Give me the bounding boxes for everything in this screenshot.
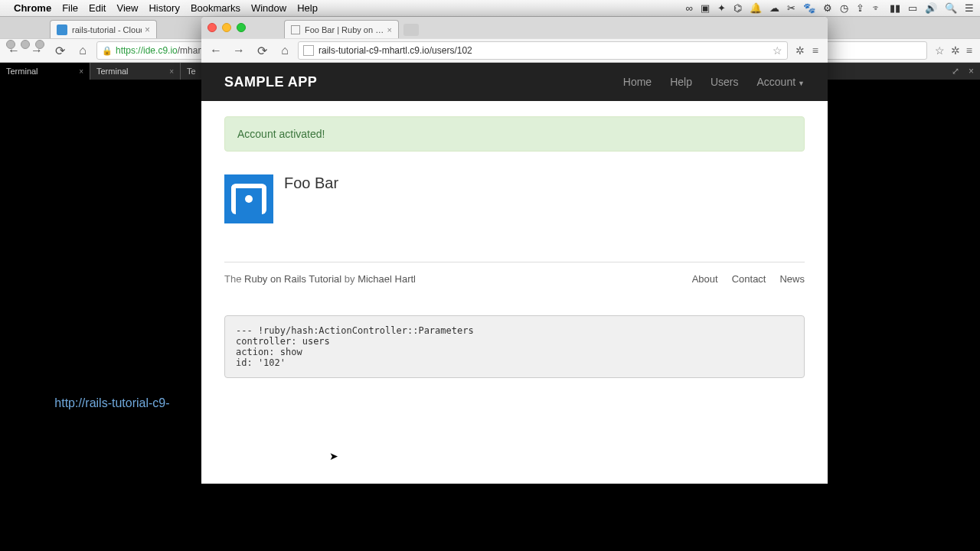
page-favicon	[291, 25, 300, 34]
terminal-tab-label: Te	[187, 67, 196, 76]
status-icon[interactable]: ▣	[701, 2, 710, 14]
bg-traffic-green[interactable]	[35, 40, 44, 49]
brand-logo[interactable]: SAMPLE APP	[224, 74, 317, 90]
mac-menubar: Chrome File Edit View History Bookmarks …	[0, 0, 980, 17]
page-footer: The Ruby on Rails Tutorial by Michael Ha…	[224, 262, 805, 285]
menu-icon[interactable]: ≡	[966, 44, 972, 57]
footer-about[interactable]: About	[692, 273, 718, 285]
home-button[interactable]: ⌂	[74, 41, 92, 60]
flash-alert-success: Account activated!	[224, 116, 805, 152]
menu-window[interactable]: Window	[251, 2, 286, 14]
menu-help[interactable]: Help	[297, 2, 318, 14]
terminal-tab[interactable]: Terminal ×	[0, 63, 90, 80]
terminal-tab-label: Terminal	[96, 67, 129, 76]
status-icon[interactable]: ☁	[769, 2, 779, 14]
star-icon[interactable]: ☆	[935, 44, 945, 57]
bg-traffic-yellow[interactable]	[21, 40, 30, 49]
nav-home[interactable]: Home	[623, 76, 652, 88]
terminal-tab[interactable]: Te	[181, 63, 204, 80]
settings-icon[interactable]: ✲	[951, 44, 960, 57]
reload-button[interactable]: ⟳	[252, 41, 272, 60]
footer-author-link[interactable]: Michael Hartl	[358, 273, 416, 285]
display-icon[interactable]: ▭	[908, 2, 917, 14]
menu-history[interactable]: History	[149, 2, 179, 14]
notification-center-icon[interactable]: ☰	[965, 2, 974, 14]
expand-icon[interactable]: ⤢	[952, 66, 959, 77]
status-icon[interactable]: ⚙	[823, 2, 832, 14]
fg-tab-title: Foo Bar | Ruby on Rails Tu	[305, 25, 387, 34]
fg-url: rails-tutorial-c9-mhartl.c9.io/users/102	[318, 45, 472, 56]
nav-help[interactable]: Help	[670, 76, 692, 88]
volume-icon[interactable]: 🔊	[925, 2, 937, 14]
user-profile: Foo Bar	[224, 174, 805, 223]
menubar-status-icons: ∞ ▣ ✦ ⌬ 🔔 ☁ ✂ 🐾 ⚙ ◷ ⇪ ᯤ ▮▮ ▭ 🔊 🔍 ☰	[686, 2, 974, 14]
traffic-light-close[interactable]	[207, 23, 217, 32]
traffic-light-minimize[interactable]	[222, 23, 231, 32]
forward-button[interactable]: →	[229, 41, 249, 60]
lock-icon: 🔒	[102, 46, 113, 56]
notification-icon[interactable]: 🔔	[750, 2, 762, 14]
status-icon[interactable]: ∞	[686, 2, 693, 14]
menu-icon[interactable]: ≡	[812, 44, 818, 57]
page-icon	[303, 45, 314, 56]
ide-right-toolbar: ⤢ ×	[827, 63, 980, 80]
bg-tab-title: rails-tutorial - Cloud9	[72, 25, 142, 34]
fg-chrome-tab[interactable]: Foo Bar | Ruby on Rails Tu ×	[284, 20, 399, 38]
new-tab-button[interactable]	[403, 24, 419, 36]
battery-icon[interactable]: ▮▮	[890, 2, 900, 14]
nav-users[interactable]: Users	[710, 76, 739, 88]
status-icon[interactable]: ◷	[840, 2, 848, 14]
status-icon[interactable]: ✂	[787, 2, 795, 14]
terminal-tab[interactable]: Terminal ×	[90, 63, 181, 80]
back-button[interactable]: ←	[206, 41, 226, 60]
home-button[interactable]: ⌂	[275, 41, 295, 60]
menu-edit[interactable]: Edit	[89, 2, 106, 14]
footer-news[interactable]: News	[779, 273, 805, 285]
reload-button[interactable]: ⟳	[51, 41, 69, 60]
url-host: ide.c9.io	[143, 45, 178, 56]
menu-file[interactable]: File	[62, 2, 78, 14]
bookmark-star-icon[interactable]: ☆	[773, 44, 782, 57]
close-icon[interactable]: ×	[387, 25, 392, 34]
traffic-light-zoom[interactable]	[237, 23, 246, 32]
menu-bookmarks[interactable]: Bookmarks	[191, 2, 240, 14]
close-icon[interactable]: ×	[169, 67, 174, 76]
bg-traffic-red[interactable]	[6, 40, 15, 49]
user-avatar	[224, 174, 273, 223]
terminal-tab-label: Terminal	[6, 67, 38, 76]
user-name: Foo Bar	[284, 174, 338, 192]
dropbox-icon[interactable]: ⌬	[733, 2, 742, 14]
wifi-icon[interactable]: ᯤ	[872, 2, 882, 14]
app-navbar: SAMPLE APP Home Help Users Account▼	[201, 63, 828, 101]
menubar-app-name[interactable]: Chrome	[14, 2, 51, 14]
alert-text: Account activated!	[237, 128, 325, 140]
settings-icon[interactable]: ✲	[795, 44, 805, 57]
close-icon[interactable]: ×	[79, 67, 83, 76]
cloud9-favicon	[57, 24, 67, 35]
debug-dump: --- !ruby/hash:ActionController::Paramet…	[224, 315, 805, 378]
caret-down-icon: ▼	[798, 80, 805, 87]
spotlight-icon[interactable]: 🔍	[945, 2, 957, 14]
status-icon[interactable]: 🐾	[803, 2, 815, 14]
status-icon[interactable]: ✦	[717, 2, 726, 14]
footer-tutorial-link[interactable]: Ruby on Rails Tutorial	[244, 273, 341, 285]
url-scheme: https://	[116, 45, 143, 56]
page-content: SAMPLE APP Home Help Users Account▼ Acco…	[201, 63, 828, 484]
bg-chrome-tab[interactable]: rails-tutorial - Cloud9 ×	[50, 20, 157, 38]
fg-address-bar[interactable]: rails-tutorial-c9-mhartl.c9.io/users/102…	[298, 41, 788, 60]
footer-contact[interactable]: Contact	[732, 273, 766, 285]
menu-view[interactable]: View	[116, 2, 138, 14]
foreground-chrome-window: Foo Bar | Ruby on Rails Tu × ← → ⟳ ⌂ rai…	[201, 17, 828, 484]
wifi-icon[interactable]: ⇪	[856, 2, 864, 14]
close-icon[interactable]: ×	[969, 66, 974, 77]
nav-account-dropdown[interactable]: Account▼	[756, 76, 805, 88]
close-icon[interactable]: ×	[145, 24, 150, 35]
